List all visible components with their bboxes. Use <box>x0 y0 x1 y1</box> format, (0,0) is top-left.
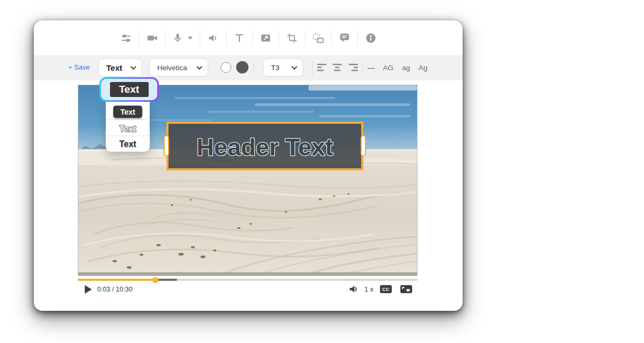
style-menu-panel: Text Text Text <box>106 102 150 152</box>
toolbar-divider <box>226 30 226 46</box>
play-button[interactable] <box>85 285 92 294</box>
case-none-button[interactable]: — <box>368 64 375 72</box>
chevron-down-icon <box>291 66 297 70</box>
format-toolbar: + Save Text Helvetica T3 <box>34 55 463 80</box>
style-option-plain-label: Text <box>119 139 136 149</box>
text-size-dropdown[interactable]: T3 <box>263 58 303 77</box>
seek-bar-played <box>78 279 156 281</box>
toolbar-divider <box>279 30 279 46</box>
picture-in-picture-icon[interactable] <box>312 31 325 45</box>
seek-bar[interactable] <box>78 279 418 281</box>
style-menu-item-solid-pill[interactable]: Text <box>106 104 150 120</box>
camera-icon[interactable] <box>146 31 159 45</box>
chevron-down-icon <box>196 66 202 70</box>
comment-icon[interactable] <box>338 31 351 45</box>
style-option-outline-label: Text <box>119 124 136 133</box>
speaker-icon[interactable] <box>207 31 219 45</box>
text-overlay-box[interactable]: Header Text <box>166 122 363 170</box>
editor-window: + Save Text Helvetica T3 <box>34 20 463 311</box>
save-button[interactable]: + Save <box>68 64 90 71</box>
text-style-dropdown[interactable]: Text <box>98 58 142 77</box>
background-color-swatch[interactable] <box>236 61 248 73</box>
text-color-swatch-outline[interactable] <box>221 62 231 73</box>
format-divider <box>362 61 363 76</box>
resize-handle-left[interactable] <box>164 135 169 156</box>
style-menu-item-plain[interactable]: Text <box>106 136 150 152</box>
alignment-group <box>317 63 358 72</box>
settings-sliders-icon[interactable] <box>120 31 133 45</box>
case-titlecase-button[interactable]: Ag <box>419 64 428 72</box>
case-uppercase-button[interactable]: AG <box>383 64 394 72</box>
text-size-value: T3 <box>271 64 280 72</box>
crop-icon[interactable] <box>286 31 298 45</box>
time-display: 0:03 / 10:30 <box>97 286 133 293</box>
toolbar-divider <box>165 30 166 46</box>
mic-dropdown-icon[interactable] <box>187 36 193 40</box>
microphone-control <box>172 31 193 45</box>
main-toolbar <box>34 20 463 55</box>
font-family-value: Helvetica <box>157 64 187 72</box>
volume-icon[interactable] <box>348 284 360 296</box>
toolbar-divider <box>357 30 358 46</box>
page: + Save Text Helvetica T3 <box>0 0 644 343</box>
playback-speed-button[interactable]: 1 x <box>364 286 374 293</box>
toolbar-divider <box>305 30 305 46</box>
align-left-icon[interactable] <box>317 63 327 72</box>
overlay-text: Header Text <box>196 133 333 161</box>
toolbar-divider <box>200 30 200 46</box>
closed-captions-button[interactable]: CC <box>380 285 392 293</box>
resize-handle-right[interactable] <box>361 135 366 156</box>
annotate-arrow-icon[interactable] <box>259 31 272 45</box>
text-style-value: Text <box>106 63 122 72</box>
info-icon[interactable] <box>364 31 377 45</box>
toolbar-divider <box>331 30 332 46</box>
format-divider <box>253 61 254 76</box>
toolbar-divider <box>252 30 253 46</box>
style-menu-item-solid-large[interactable]: Text <box>99 77 159 102</box>
miniplayer-button[interactable] <box>400 285 412 293</box>
text-case-group: — AG ag Ag <box>368 62 428 73</box>
align-center-icon[interactable] <box>332 63 343 72</box>
font-family-dropdown[interactable]: Helvetica <box>149 58 208 77</box>
toolbar-divider <box>139 30 140 46</box>
style-option-solid-large-label: Text <box>110 82 149 97</box>
case-lowercase-button[interactable]: ag <box>402 64 410 72</box>
style-option-solid-pill-label: Text <box>113 106 142 118</box>
align-right-icon[interactable] <box>348 63 358 72</box>
player-controls: 0:03 / 10:30 1 x CC <box>34 284 463 295</box>
style-menu-item-outline[interactable]: Text <box>106 120 150 136</box>
format-divider <box>312 61 313 76</box>
seek-bar-knob[interactable] <box>152 277 158 283</box>
style-menu-highlight: Text <box>101 79 157 100</box>
chevron-down-icon <box>130 66 136 70</box>
text-tool-icon[interactable] <box>233 31 246 45</box>
microphone-icon[interactable] <box>172 32 183 44</box>
